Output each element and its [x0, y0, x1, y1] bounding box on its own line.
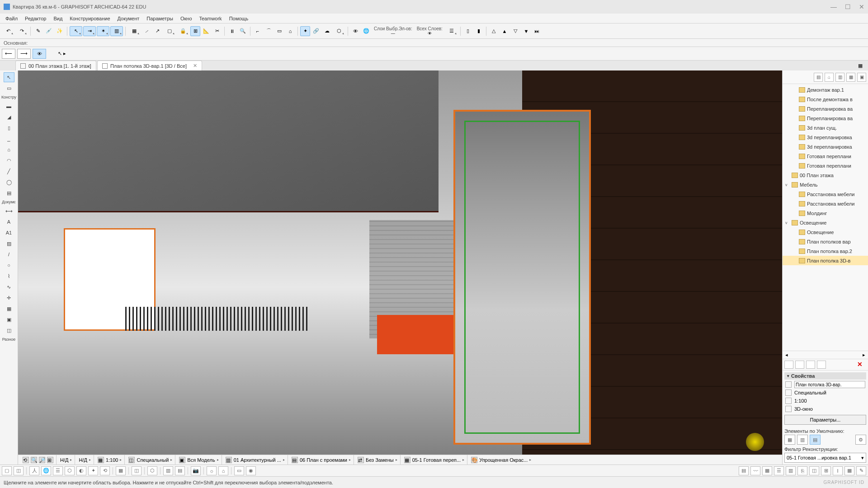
- offset-tool-button[interactable]: ⇥: [83, 26, 96, 36]
- hexagon-tool-button[interactable]: ⬡: [333, 26, 345, 36]
- fillet-button[interactable]: ⌒: [264, 26, 274, 36]
- hotspot-tool[interactable]: ✛: [4, 293, 14, 303]
- tree-item[interactable]: План потолка 3D-в: [783, 256, 868, 265]
- scroll-left-icon[interactable]: ◂: [785, 352, 788, 358]
- default-tool-4[interactable]: ⚙: [855, 435, 866, 445]
- rtool-8[interactable]: ⊞: [821, 466, 831, 475]
- section-tool[interactable]: ◫: [4, 325, 14, 335]
- tree-item[interactable]: Расстановка мебели: [783, 199, 868, 208]
- rtool-4[interactable]: ☰: [774, 466, 784, 475]
- tree-item[interactable]: 3d план сущ.: [783, 123, 868, 132]
- corner-tool-button[interactable]: ⌐: [253, 26, 263, 36]
- tree-item[interactable]: vМебель: [783, 180, 868, 189]
- zoom-controls[interactable]: ⟲🔍🔎⊞: [20, 455, 57, 465]
- slab-tool[interactable]: ◢: [4, 112, 14, 122]
- tree-item[interactable]: Молдинг: [783, 208, 868, 218]
- syringe-icon[interactable]: 💉: [44, 26, 54, 36]
- maximize-button[interactable]: ☐: [845, 3, 851, 10]
- minimize-button[interactable]: —: [830, 3, 837, 10]
- tree-item[interactable]: Перепланировка ва: [783, 113, 868, 123]
- new-view-button[interactable]: [784, 361, 793, 369]
- rect-outline-button[interactable]: ▭: [274, 26, 284, 36]
- btool-4[interactable]: 🌐: [41, 466, 51, 475]
- rtool-1[interactable]: ▤: [739, 466, 749, 475]
- intersect-tool-button[interactable]: ✶: [97, 26, 109, 36]
- polyline-tool[interactable]: ⌇: [4, 271, 14, 281]
- column-tool[interactable]: ▯: [4, 123, 14, 133]
- btool-9[interactable]: ⟲: [100, 466, 110, 475]
- rtool-11[interactable]: ✎: [856, 466, 866, 475]
- dimension-tool[interactable]: ⟷: [4, 206, 14, 216]
- nav-tab-3[interactable]: ▥: [835, 73, 844, 82]
- text-tool[interactable]: A: [4, 217, 14, 227]
- undo-button[interactable]: ↶: [2, 26, 14, 36]
- parameters-button[interactable]: Параметры...: [784, 415, 866, 425]
- btool-11[interactable]: ◫: [132, 466, 142, 475]
- menu-design[interactable]: Конструирование: [66, 16, 113, 21]
- status-ready[interactable]: ▦05-1 Готовая переп...▸: [401, 455, 468, 465]
- btool-2[interactable]: ◫: [14, 466, 24, 475]
- rtool-7[interactable]: ◫: [809, 466, 819, 475]
- zoom-button[interactable]: 🔍: [238, 26, 248, 36]
- navigator-tree[interactable]: Демонтаж вар.1После демонтажа вПереплани…: [783, 84, 868, 351]
- ruler-icon[interactable]: ⟋: [142, 26, 151, 36]
- menu-teamwork[interactable]: Teamwork: [196, 16, 226, 21]
- roof-tool[interactable]: ⌂: [4, 145, 14, 155]
- tab-close-button[interactable]: ✕: [193, 63, 197, 69]
- viewport-3d[interactable]: ⟲🔍🔎⊞ Н/Д▸ Н/Д▸ ▦1:100▸ ◫Специальный▸ ▣Вс…: [18, 70, 782, 465]
- snap-guides-button[interactable]: ⊞: [190, 26, 200, 36]
- expand-icon[interactable]: v: [785, 221, 790, 225]
- status-special[interactable]: ◫Специальный▸: [126, 455, 175, 465]
- tree-item[interactable]: 3d перепланировка: [783, 132, 868, 142]
- close-button[interactable]: ✕: [859, 3, 864, 10]
- next-button[interactable]: ⏭: [532, 26, 542, 36]
- cursor-mode[interactable]: ↖ ▸: [55, 49, 69, 59]
- menu-file[interactable]: Файл: [2, 16, 21, 21]
- tree-item[interactable]: Демонтаж вар.1: [783, 85, 868, 94]
- suspend-button[interactable]: ⏸: [227, 26, 237, 36]
- status-plan[interactable]: ▤06 План с проемами▸: [289, 455, 354, 465]
- status-replace[interactable]: ⇄Без Замены▸: [355, 455, 401, 465]
- align-button-2[interactable]: ▮: [474, 26, 484, 36]
- rtool-9[interactable]: I: [833, 466, 843, 475]
- tab-floor-plan[interactable]: 00 План этажа [1. 1-й этаж]: [15, 61, 96, 70]
- tree-item[interactable]: Перепланировка ва: [783, 104, 868, 113]
- tab-overview-button[interactable]: ▦: [855, 61, 865, 70]
- expand-icon[interactable]: v: [785, 183, 790, 187]
- drawing-tool[interactable]: ▣: [4, 314, 14, 324]
- status-model[interactable]: ▣Вся Модель▸: [176, 455, 222, 465]
- btool-1[interactable]: ▢: [2, 466, 12, 475]
- tree-item[interactable]: После демонтажа в: [783, 94, 868, 104]
- circle-tool[interactable]: ○: [4, 260, 14, 270]
- menu-help[interactable]: Помощь: [226, 16, 252, 21]
- beam-tool[interactable]: ⎯: [4, 134, 14, 144]
- btool-17[interactable]: ⌂: [218, 466, 228, 475]
- tree-item[interactable]: vОсвещение: [783, 218, 868, 227]
- btool-6[interactable]: ⬡: [65, 466, 75, 475]
- tree-item[interactable]: План потолка вар.2: [783, 246, 868, 256]
- marquee-tool[interactable]: ▭: [4, 83, 14, 93]
- status-na-2[interactable]: Н/Д▸: [76, 455, 94, 465]
- rtool-2[interactable]: 〰: [750, 466, 760, 475]
- tree-item[interactable]: Освещение: [783, 227, 868, 237]
- tab-3d-ceiling[interactable]: План потолка 3D-вар.1 [3D / Все] ✕: [97, 61, 202, 70]
- reconstruction-filter-select[interactable]: 05-1 Готовая ...ировка вар.1 ▾: [784, 453, 866, 463]
- btool-18[interactable]: ▭: [234, 466, 244, 475]
- menu-document[interactable]: Документ: [114, 16, 143, 21]
- globe-button[interactable]: 🌐: [361, 26, 371, 36]
- rtool-10[interactable]: ▦: [844, 466, 854, 475]
- triangle-down-outline-button[interactable]: ▽: [510, 26, 520, 36]
- menu-options[interactable]: Параметры: [143, 16, 177, 21]
- label-tool[interactable]: A1: [4, 228, 14, 238]
- settings-view-button[interactable]: [817, 361, 826, 369]
- btool-14[interactable]: ▤: [175, 466, 185, 475]
- shell-tool[interactable]: ◠: [4, 155, 14, 165]
- rtool-6[interactable]: ⎘: [797, 466, 807, 475]
- wall-tool[interactable]: ▬: [4, 101, 14, 111]
- btool-7[interactable]: ◐: [76, 466, 86, 475]
- triangle-up-button[interactable]: △: [489, 26, 499, 36]
- arrow-tool[interactable]: ↖: [4, 72, 14, 82]
- home-button[interactable]: ⌂: [285, 26, 295, 36]
- measure-button[interactable]: 📐: [201, 26, 211, 36]
- arrow-mode-button[interactable]: ↖: [70, 26, 82, 36]
